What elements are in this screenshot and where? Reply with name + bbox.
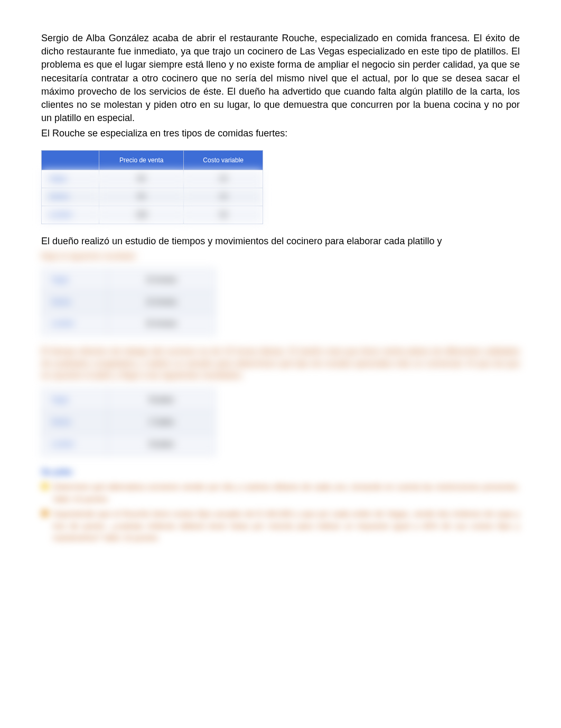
table-row: Nantes 10 minutos: [42, 291, 216, 313]
cell-val: 15: [184, 188, 263, 206]
cell-label: Nantes: [42, 291, 108, 313]
table-row: Lumière 20 minutos: [42, 313, 216, 335]
table-plates: Vegas 30 platos Nantes 17 platos Lumière…: [41, 389, 216, 455]
cell-val: 105: [99, 206, 184, 224]
bullet-icon: [41, 483, 49, 490]
cell-label: Lumière: [42, 313, 108, 335]
pide-section: Se pide: Determine qué alternativa convi…: [41, 466, 520, 544]
cell-label: Vegas: [42, 269, 108, 291]
cell-val: 17 platos: [108, 411, 216, 434]
cell-val: 20 minutos: [108, 313, 216, 335]
cell-val: 20: [184, 170, 263, 188]
table-row: Nantes 55 15: [42, 188, 263, 206]
pide-item-1: Determine qué alternativa conviene vende…: [41, 481, 520, 505]
table-prices: Precio de venta Costo variable Vegas 80 …: [41, 150, 263, 224]
cell-val: 30 platos: [108, 389, 216, 411]
table-row: Vegas 30 platos: [42, 389, 216, 411]
pide-title: Se pide:: [41, 466, 520, 478]
blurred-continuation-a: llegó al siguiente resultado:: [41, 250, 520, 261]
intro-paragraph: Sergio de Alba González acaba de abrir e…: [41, 32, 520, 125]
cell-val: 80: [99, 170, 184, 188]
cell-label: Lumière: [42, 434, 108, 456]
pide-item-2: Suponiendo que el Rouche tiene costos fi…: [41, 508, 520, 544]
table-prices-wrap: Precio de venta Costo variable Vegas 80 …: [41, 150, 520, 224]
cell-label: Vegas: [42, 170, 99, 188]
cell-val: 30: [184, 206, 263, 224]
table-times-wrap: Vegas 15 minutos Nantes 10 minutos Lumiè…: [41, 269, 520, 335]
th-precio: Precio de venta: [99, 150, 184, 170]
cell-label: Nantes: [42, 188, 99, 206]
table-row: Lumière 20 platos: [42, 434, 216, 456]
cell-val: 10 minutos: [108, 291, 216, 313]
table-times: Vegas 15 minutos Nantes 10 minutos Lumiè…: [41, 269, 216, 335]
th-blank: [42, 150, 99, 170]
cell-val: 55: [99, 188, 184, 206]
table-row: Vegas 80 20: [42, 170, 263, 188]
pide-text-2: Suponiendo que el Rouche tiene costos fi…: [53, 508, 520, 544]
table-row: Nantes 17 platos: [42, 411, 216, 434]
th-costo: Costo variable: [184, 150, 263, 170]
cell-label: Vegas: [42, 389, 108, 411]
pide-text-1: Determine qué alternativa conviene vende…: [53, 481, 520, 505]
table-row: Vegas 15 minutos: [42, 269, 216, 291]
table-row: Lumière 105 30: [42, 206, 263, 224]
cell-val: 15 minutos: [108, 269, 216, 291]
cell-val: 20 platos: [108, 434, 216, 456]
intro-line-specialties: El Rouche se especializa en tres tipos d…: [41, 127, 520, 140]
cell-label: Nantes: [42, 411, 108, 434]
study-line: El dueño realizó un estudio de tiempos y…: [41, 235, 520, 248]
blurred-paragraph-b: El tiempo efectivo de trabajo del cocine…: [41, 346, 520, 381]
table-plates-wrap: Vegas 30 platos Nantes 17 platos Lumière…: [41, 389, 520, 455]
bullet-icon: [41, 510, 49, 517]
cell-label: Lumière: [42, 206, 99, 224]
